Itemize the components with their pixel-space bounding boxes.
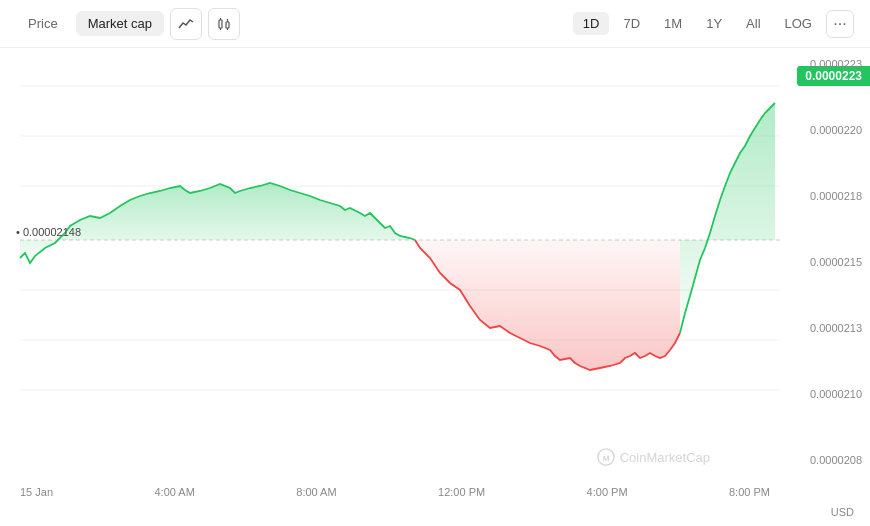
period-1d[interactable]: 1D — [573, 12, 610, 35]
period-7d[interactable]: 7D — [613, 12, 650, 35]
svg-rect-3 — [226, 22, 229, 28]
tab-price[interactable]: Price — [16, 11, 70, 36]
y-tick-5: 0.0000213 — [810, 322, 862, 334]
watermark: M CoinMarketCap — [597, 448, 710, 466]
y-tick-1: 0.0000223 — [810, 58, 862, 70]
line-chart-icon — [178, 16, 194, 32]
tab-market-cap[interactable]: Market cap — [76, 11, 164, 36]
x-tick-5: 4:00 PM — [587, 486, 628, 498]
svg-rect-0 — [219, 20, 222, 28]
coinmarketcap-logo-icon: M — [597, 448, 615, 466]
y-tick-4: 0.0000215 — [810, 256, 862, 268]
candle-chart-button[interactable] — [208, 8, 240, 40]
x-tick-6: 8:00 PM — [729, 486, 770, 498]
x-tick-3: 8:00 AM — [296, 486, 336, 498]
more-options-button[interactable]: ··· — [826, 10, 854, 38]
start-price-value: 0.00002148 — [23, 226, 81, 238]
period-all[interactable]: All — [736, 12, 770, 35]
y-tick-3: 0.0000218 — [810, 190, 862, 202]
candle-chart-icon — [216, 16, 232, 32]
line-chart-button[interactable] — [170, 8, 202, 40]
x-tick-4: 12:00 PM — [438, 486, 485, 498]
usd-label: USD — [831, 506, 854, 518]
toolbar-right: 1D 7D 1M 1Y All LOG ··· — [573, 10, 854, 38]
y-tick-7: 0.0000208 — [810, 454, 862, 466]
x-tick-1: 15 Jan — [20, 486, 53, 498]
price-chart-svg — [0, 48, 870, 526]
chart-area: • 0.00002148 0.0000223 0.0000223 0.00002… — [0, 48, 870, 526]
x-axis: 15 Jan 4:00 AM 8:00 AM 12:00 PM 4:00 PM … — [20, 486, 770, 498]
y-tick-2: 0.0000220 — [810, 124, 862, 136]
svg-text:M: M — [602, 454, 609, 463]
start-price-label: • 0.00002148 — [16, 226, 81, 238]
y-tick-6: 0.0000210 — [810, 388, 862, 400]
watermark-text: CoinMarketCap — [620, 450, 710, 465]
y-axis: 0.0000223 0.0000220 0.0000218 0.0000215 … — [810, 48, 862, 526]
toolbar: Price Market cap 1D 7D 1M 1Y All LOG ··· — [0, 0, 870, 48]
period-1y[interactable]: 1Y — [696, 12, 732, 35]
log-button[interactable]: LOG — [775, 12, 822, 35]
period-1m[interactable]: 1M — [654, 12, 692, 35]
toolbar-left: Price Market cap — [16, 8, 240, 40]
x-tick-2: 4:00 AM — [154, 486, 194, 498]
